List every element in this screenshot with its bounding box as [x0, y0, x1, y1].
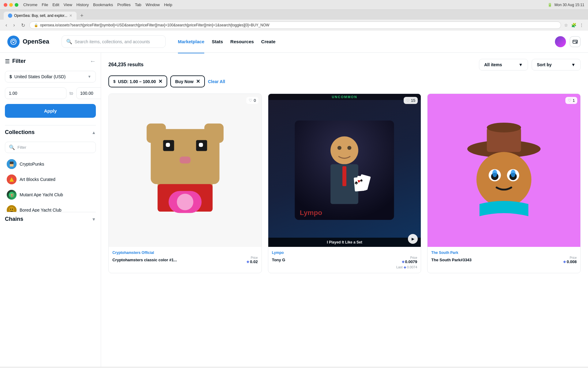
- active-tab[interactable]: OpenSea: Buy, sell, and explor... ✕: [4, 12, 77, 20]
- forward-button[interactable]: ›: [11, 22, 17, 29]
- sort-by-dropdown[interactable]: Sort by ▼: [532, 59, 581, 71]
- nft-name-price-2: Tony G Price ◆ 0.0079: [272, 256, 417, 264]
- filter-tag-buynow[interactable]: Buy Now ✕: [170, 75, 205, 87]
- address-bar[interactable]: 🔒 opensea.io/assets?search[priceFilter][…: [29, 21, 561, 29]
- nft-last-price-2: Last ◆ 0.0074: [272, 265, 417, 269]
- svg-point-1: [13, 42, 14, 43]
- app-container: OpenSea 🔍 Marketplace Stats Resources Cr…: [0, 31, 588, 367]
- all-items-dropdown[interactable]: All items ▼: [479, 59, 528, 71]
- nft-like-1[interactable]: ♡ 0: [246, 97, 258, 104]
- play-button[interactable]: ▶: [408, 234, 418, 244]
- svg-point-11: [9, 207, 14, 212]
- filter-title-area: ☰ Filter: [5, 58, 26, 65]
- filter-close-button[interactable]: ←: [90, 58, 96, 65]
- filter-tag-usd[interactable]: $ USD: 1.00 – 100.00 ✕: [108, 75, 167, 87]
- user-avatar[interactable]: [555, 36, 566, 47]
- nft-name-2: Tony G: [272, 258, 402, 262]
- nav-resources[interactable]: Resources: [230, 36, 254, 47]
- nft-name-price-1: Cryptohamsters classic color #1... Price…: [112, 256, 258, 264]
- bookmark-button[interactable]: ☆: [564, 22, 569, 28]
- top-nav: OpenSea 🔍 Marketplace Stats Resources Cr…: [0, 31, 588, 53]
- chains-chevron-icon: ▼: [92, 217, 96, 222]
- menu-window[interactable]: Window: [145, 2, 160, 7]
- chains-section-header[interactable]: Chains ▼: [5, 212, 96, 226]
- collection-filter-input[interactable]: [17, 145, 92, 150]
- collection-item-artblocks[interactable]: Art Blocks Curated: [5, 172, 96, 187]
- menu-chrome[interactable]: Chrome: [23, 2, 37, 7]
- collection-name-artblocks: Art Blocks Curated: [20, 177, 55, 182]
- svg-rect-25: [199, 143, 203, 147]
- address-bar-row: ‹ › ↻ 🔒 opensea.io/assets?search[priceFi…: [0, 20, 588, 31]
- lympo-person-svg: Lympo: [291, 121, 398, 220]
- close-button[interactable]: [4, 3, 7, 7]
- nft-card-lympo[interactable]: UNCOMMON: [268, 94, 421, 273]
- buynow-filter-remove[interactable]: ✕: [196, 79, 200, 84]
- heart-icon-3: ♡: [568, 98, 571, 103]
- search-input[interactable]: [75, 39, 161, 44]
- menu-edit[interactable]: Edit: [52, 2, 59, 7]
- collection-avatar-bored: [7, 205, 17, 212]
- svg-text:🐒: 🐒: [10, 193, 14, 197]
- usd-filter-remove[interactable]: ✕: [158, 79, 162, 84]
- tab-close-button[interactable]: ✕: [69, 13, 72, 18]
- menu-view[interactable]: View: [64, 2, 72, 7]
- collection-name-cryptopunks: CryptoPunks: [20, 162, 44, 167]
- nft-price-label-3: Price: [563, 256, 577, 259]
- all-items-label: All items: [484, 62, 502, 67]
- nft-name-price-3: The South Park#3343 Price ◆ 0.008: [431, 256, 577, 264]
- extensions-button[interactable]: 🧩: [571, 22, 577, 28]
- currency-selector[interactable]: $ United States Dollar (USD) ▼: [5, 71, 96, 82]
- svg-point-3: [576, 42, 577, 43]
- apply-button[interactable]: Apply: [5, 104, 96, 118]
- search-bar[interactable]: 🔍: [62, 35, 166, 48]
- nav-create[interactable]: Create: [261, 36, 276, 47]
- nft-name-3: The South Park#3343: [431, 258, 563, 262]
- collection-search[interactable]: 🔍: [5, 142, 96, 153]
- nft-grid: ♡ 0 Cryptohamsters Official Cryptohamste…: [108, 94, 581, 273]
- fullscreen-button[interactable]: [15, 3, 18, 7]
- results-header: 264,235 results All items ▼ Sort by ▼: [108, 59, 581, 71]
- nft-card-southpark[interactable]: ♡ 1 The South Park The South Park#3343 P…: [427, 94, 581, 273]
- nft-price-1: 0.02: [250, 259, 258, 264]
- nft-like-3[interactable]: ♡ 1: [565, 97, 577, 104]
- collection-item-mutant[interactable]: 🐒 Mutant Ape Yacht Club: [5, 187, 96, 202]
- nft-card-cryptohamster[interactable]: ♡ 0 Cryptohamsters Official Cryptohamste…: [108, 94, 262, 273]
- menu-profiles[interactable]: Profiles: [117, 2, 130, 7]
- collections-section-header[interactable]: Collections ▲: [5, 125, 96, 139]
- menu-button[interactable]: ⋮: [579, 22, 584, 28]
- menu-bookmarks[interactable]: Bookmarks: [93, 2, 113, 7]
- menu-help[interactable]: Help: [164, 2, 172, 7]
- menu-file[interactable]: File: [42, 2, 48, 7]
- nft-collection-1: Cryptohamsters Official: [112, 251, 258, 255]
- nav-stats[interactable]: Stats: [212, 36, 223, 47]
- menu-history[interactable]: History: [77, 2, 89, 7]
- eth-icon-2: ◆: [402, 260, 404, 264]
- back-button[interactable]: ‹: [4, 22, 9, 29]
- logo-area[interactable]: OpenSea: [7, 36, 49, 48]
- dock: 😊 >_ ⚡ ⌨ 🎵: [0, 367, 588, 368]
- price-max-input[interactable]: [76, 87, 101, 99]
- logo-icon: [7, 36, 20, 48]
- menu-tab[interactable]: Tab: [135, 2, 141, 7]
- collection-search-icon: 🔍: [9, 144, 15, 150]
- clear-all-button[interactable]: Clear All: [208, 79, 225, 84]
- collection-avatar-cryptopunks: [7, 159, 17, 169]
- currency-chevron-icon: ▼: [88, 75, 91, 79]
- price-to-label: to: [70, 91, 73, 96]
- new-tab-button[interactable]: +: [78, 13, 86, 19]
- page-layout: ☰ Filter ← $ United States Dollar (USD) …: [0, 53, 588, 367]
- active-filters: $ USD: 1.00 – 100.00 ✕ Buy Now ✕ Clear A…: [108, 75, 581, 87]
- minimize-button[interactable]: [9, 3, 13, 7]
- svg-rect-21: [204, 124, 224, 143]
- nft-like-2[interactable]: ♡ 15: [404, 97, 418, 104]
- nft-price-label-1: Price: [247, 256, 258, 259]
- collection-item-cryptopunks[interactable]: CryptoPunks: [5, 157, 96, 171]
- collection-item-bored[interactable]: Bored Ape Yacht Club: [5, 203, 96, 212]
- price-range: to: [5, 87, 96, 99]
- price-min-input[interactable]: [5, 87, 66, 99]
- nav-marketplace[interactable]: Marketplace: [178, 36, 205, 47]
- tab-title: OpenSea: Buy, sell, and explor...: [14, 13, 67, 18]
- reload-button[interactable]: ↻: [19, 22, 27, 29]
- last-price-2: 0.0074: [407, 265, 417, 269]
- wallet-button[interactable]: [570, 36, 581, 47]
